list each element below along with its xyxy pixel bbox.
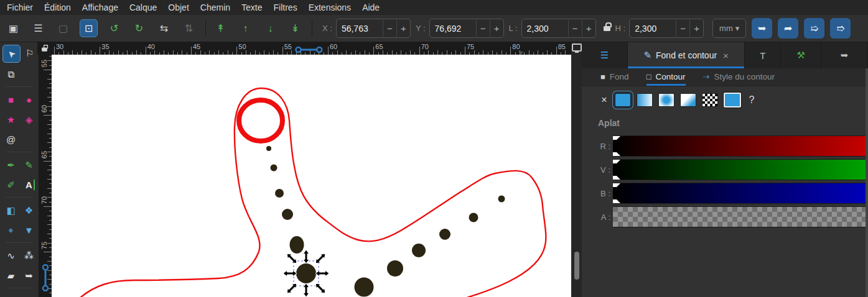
black-dot[interactable] <box>498 196 505 203</box>
canvas-vertical-scrollbar[interactable] <box>571 55 582 297</box>
zoom-tool[interactable]: ⚲ <box>21 293 37 297</box>
rotate-ccw-button[interactable]: ↺ <box>106 20 123 37</box>
flat-color-button[interactable] <box>615 93 631 107</box>
spray-tool[interactable]: ⁂ <box>21 247 37 264</box>
l-field-increment-button[interactable]: + <box>582 20 595 37</box>
blue-slider[interactable] <box>613 183 868 204</box>
black-dot[interactable] <box>290 236 304 254</box>
canvas[interactable] <box>52 55 571 297</box>
selector-tool[interactable]: ➤ <box>2 45 21 63</box>
fill-stroke-dialog-tab[interactable]: ✎Fond et contour× <box>628 42 745 68</box>
mesh-tool[interactable]: ❖ <box>21 202 37 219</box>
box3d-tool[interactable]: ◈ <box>21 111 37 128</box>
scale-handle[interactable] <box>285 252 299 265</box>
ruler-guide-lock[interactable] <box>37 42 52 55</box>
calligraphy-tool[interactable]: ✐ <box>2 176 19 193</box>
black-dot[interactable] <box>469 213 478 222</box>
scale-handle[interactable] <box>303 283 309 297</box>
gradient-tool[interactable]: ◧ <box>2 202 19 219</box>
menu-extensions[interactable]: Extensions <box>303 0 357 15</box>
slider-handle[interactable] <box>613 136 620 140</box>
scale-handle[interactable] <box>283 270 297 276</box>
star-tool[interactable]: ★ <box>2 111 19 128</box>
h-field[interactable]: 2,300−+ <box>629 19 704 38</box>
radial-gradient-button[interactable] <box>658 93 674 107</box>
deselect-button[interactable]: ▢ <box>55 20 72 37</box>
black-dot[interactable] <box>439 229 450 240</box>
h-field-decrement-button[interactable]: − <box>676 20 689 37</box>
red-outline-path[interactable] <box>80 88 546 297</box>
fill-subtab[interactable]: ■Fond <box>600 68 629 86</box>
panel-scrollbar[interactable] <box>866 68 868 297</box>
black-dot[interactable] <box>271 165 278 171</box>
y-field-decrement-button[interactable]: − <box>476 20 490 37</box>
paint-bucket-tool[interactable]: ▼ <box>21 222 37 239</box>
move-gradients-toggle[interactable]: ➯ <box>804 18 824 39</box>
menu-filtres[interactable]: Filtres <box>268 0 303 15</box>
stroke-subtab[interactable]: □Contour <box>646 68 686 86</box>
vertical-ruler[interactable]: 5560657075 <box>39 55 52 297</box>
pen-tool[interactable]: ✒ <box>2 157 19 173</box>
pencil-tool[interactable]: ✎ <box>21 157 37 173</box>
unknown-paint-button[interactable]: ? <box>747 94 757 106</box>
unit-select[interactable]: mm▾ <box>712 19 746 38</box>
menu-affichage[interactable]: Affichage <box>77 0 124 15</box>
lower-button[interactable]: ↓ <box>262 20 279 37</box>
flip-vertical-button[interactable]: ⇅ <box>180 20 197 37</box>
mesh-gradient-button[interactable] <box>680 93 696 107</box>
menu-aide[interactable]: Aide <box>357 0 385 15</box>
scale-handle[interactable] <box>303 250 309 263</box>
alpha-slider[interactable] <box>613 206 868 227</box>
slider-handle[interactable] <box>613 160 620 163</box>
x-field-increment-button[interactable]: + <box>396 20 410 37</box>
tools-dialog-tab[interactable]: ⚒ <box>781 42 821 68</box>
text-tool[interactable]: A <box>21 176 37 193</box>
lower-to-bottom-button[interactable]: ↡ <box>287 20 304 37</box>
layers-dialog-tab[interactable]: ☰ <box>582 42 628 68</box>
ellipse-tool[interactable]: ● <box>21 91 37 108</box>
select-all-layers-button[interactable]: ☰ <box>30 20 47 37</box>
pattern-button[interactable] <box>702 93 718 107</box>
scale-handle[interactable] <box>314 281 327 295</box>
selected-dot[interactable] <box>296 263 316 283</box>
measure-tool[interactable]: ▤ <box>2 293 19 297</box>
scale-corners-toggle[interactable]: ➦ <box>778 18 798 39</box>
swatch-button[interactable] <box>724 93 741 107</box>
rectangle-tool[interactable]: ■ <box>2 91 19 108</box>
l-field[interactable]: 2,300−+ <box>521 19 596 38</box>
close-icon[interactable]: × <box>723 50 729 61</box>
linear-gradient-button[interactable] <box>637 93 653 107</box>
x-field[interactable]: 56,763−+ <box>336 19 411 38</box>
slider-handle[interactable] <box>613 199 620 203</box>
display-corner[interactable] <box>571 42 582 56</box>
text-dialog-tab[interactable]: T <box>745 42 781 68</box>
black-dot[interactable] <box>387 260 403 276</box>
raise-to-top-button[interactable]: ↟ <box>212 20 229 37</box>
export-dialog-tab[interactable]: ➥ <box>821 42 868 68</box>
flip-horizontal-button[interactable]: ⇆ <box>156 20 172 37</box>
scale-handle[interactable] <box>314 252 327 265</box>
spiral-tool[interactable]: @ <box>2 131 19 148</box>
red-ring-ellipse[interactable] <box>239 100 282 141</box>
menu-objet[interactable]: Objet <box>162 0 194 15</box>
black-dot[interactable] <box>266 146 271 151</box>
no-paint-button[interactable]: × <box>599 94 609 106</box>
shape-builder-tool[interactable]: ⧉ <box>2 66 19 83</box>
menu-calque[interactable]: Calque <box>124 0 162 15</box>
slider-handle[interactable] <box>613 176 620 180</box>
black-dot[interactable] <box>282 209 293 220</box>
raise-button[interactable]: ↑ <box>237 20 254 37</box>
stroke-style-subtab[interactable]: ⇢Style du contour <box>703 68 775 86</box>
lock-ratio-toggle[interactable] <box>604 26 610 31</box>
horizontal-ruler[interactable]: 303540455055606570758085 <box>52 42 571 55</box>
black-dot[interactable] <box>355 278 374 297</box>
l-field-decrement-button[interactable]: − <box>568 20 582 37</box>
scale-handle[interactable] <box>315 270 329 276</box>
menu-edition[interactable]: Édition <box>39 0 77 15</box>
drawing-svg[interactable] <box>52 55 571 297</box>
green-slider[interactable] <box>613 159 868 180</box>
h-field-increment-button[interactable]: + <box>689 20 703 37</box>
rotate-cw-button[interactable]: ↻ <box>131 20 147 37</box>
menu-texte[interactable]: Texte <box>236 0 268 15</box>
x-field-decrement-button[interactable]: − <box>383 20 396 37</box>
